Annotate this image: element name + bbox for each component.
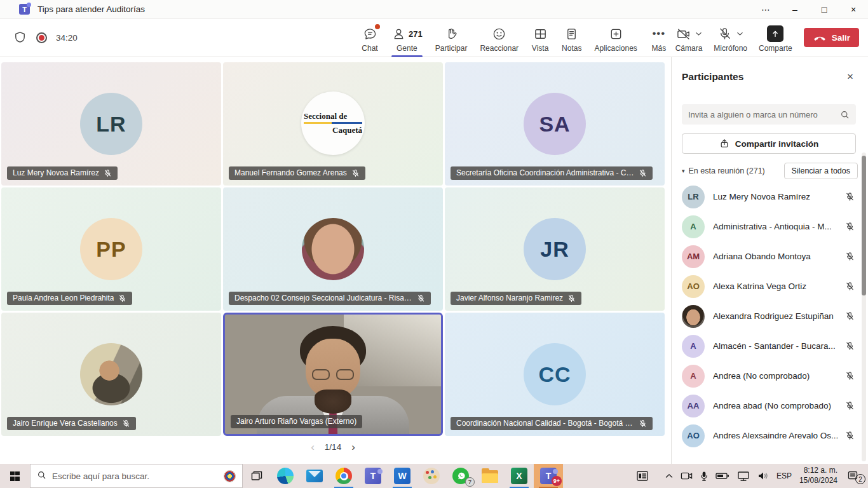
panel-scrollbar-thumb[interactable] <box>862 156 866 295</box>
mic-off-icon <box>845 431 855 440</box>
taskbar-search-box[interactable] <box>30 464 243 488</box>
camera-button[interactable]: Cámara <box>675 23 703 53</box>
next-page-button[interactable]: › <box>351 442 355 452</box>
window-close-button[interactable]: × <box>839 0 868 19</box>
taskbar-app-whatsapp[interactable]: 7 <box>446 464 475 488</box>
participant-row[interactable]: LR Luz Mery Novoa Ramírez <box>672 182 864 212</box>
toolbar-react-button[interactable]: Reaccionar <box>473 23 525 53</box>
teams-badge: 9+ <box>552 476 562 486</box>
chevron-down-icon[interactable] <box>736 31 743 36</box>
participant-row[interactable]: A Andrea (No comprobado) <box>672 361 864 391</box>
mic-off-icon <box>639 169 647 177</box>
participant-row[interactable]: A Almacén - Santander - Bucara... <box>672 331 864 361</box>
avatar-photo <box>302 218 364 280</box>
share-invite-button[interactable]: Compartir invitación <box>682 133 856 154</box>
avatar-photo <box>682 305 705 328</box>
mail-icon <box>306 470 323 482</box>
participant-name-label: Jairo Arturo Riaño Vargas (Externo) <box>231 415 362 428</box>
tray-chevron-up-icon[interactable] <box>665 473 673 478</box>
toolbar-notes-button[interactable]: Notas <box>555 23 588 53</box>
close-panel-button[interactable]: × <box>841 69 859 85</box>
invite-search-input[interactable] <box>688 110 840 119</box>
mic-off-icon <box>845 311 855 321</box>
tray-network-icon[interactable] <box>737 471 750 481</box>
news-widgets-icon[interactable] <box>636 470 649 482</box>
avatar: JR <box>524 218 586 280</box>
video-tile[interactable]: PP Paula Andrea Leon Piedrahita <box>1 187 221 311</box>
avatar: LR <box>80 93 142 155</box>
toolbar-apps-button[interactable]: Aplicaciones <box>588 23 643 53</box>
previous-page-button[interactable]: ‹ <box>311 442 315 452</box>
chevron-down-icon[interactable] <box>695 31 702 36</box>
participant-row[interactable]: AO Alexa Katrina Vega Ortiz <box>672 271 864 301</box>
start-button[interactable] <box>0 464 30 488</box>
toolbar-more-button[interactable]: ••• Más <box>644 23 674 53</box>
participant-name-label: Luz Mery Novoa Ramírez <box>7 166 118 180</box>
share-screen-button[interactable]: Comparte <box>759 23 792 53</box>
clock[interactable]: 8:12 a. m. 15/08/2024 <box>799 466 837 485</box>
view-grid-icon <box>533 27 548 41</box>
in-meeting-section-toggle[interactable]: ▾ En esta reunión (271) <box>682 166 765 175</box>
window-more-button[interactable]: ⋯ <box>751 0 780 19</box>
raise-hand-icon <box>444 27 459 41</box>
participant-row[interactable]: A Administrativa - Antioquia - M... <box>672 212 864 241</box>
participant-name-label: Despacho 02 Consejo Seccional Judicatura… <box>229 292 431 305</box>
invite-search-box[interactable] <box>682 104 856 125</box>
video-tile[interactable]: Seccional de Caquetá Manuel Fernando Gom… <box>223 62 443 186</box>
taskbar-app-file-explorer[interactable] <box>475 464 505 488</box>
tray-meet-now-icon[interactable] <box>681 471 693 480</box>
avatar: LR <box>682 186 705 208</box>
participant-row[interactable]: Alexandra Rodriguez Estupiñan <box>672 301 864 331</box>
tray-battery-icon[interactable] <box>715 472 729 480</box>
taskbar-app-excel[interactable]: X <box>505 464 534 488</box>
participant-row[interactable]: AO Andres Alexsaindre Arevalo Os... <box>672 421 864 451</box>
video-tile[interactable]: LR Luz Mery Novoa Ramírez <box>1 62 221 186</box>
language-indicator[interactable]: ESP <box>776 471 792 480</box>
toolbar-raise-hand-button[interactable]: Participar <box>429 23 474 53</box>
toolbar-chat-button[interactable]: Chat <box>355 23 385 53</box>
taskbar-search-input[interactable] <box>52 471 218 481</box>
mic-off-icon <box>118 294 126 302</box>
apps-plus-icon <box>609 27 623 41</box>
people-icon <box>391 27 406 41</box>
mic-off-icon <box>845 222 855 231</box>
microphone-button[interactable]: Micrófono <box>714 23 747 53</box>
video-tile[interactable]: JR Javier Alfonso Naranjo Ramirez <box>445 187 665 311</box>
toolbar-people-button[interactable]: 271 Gente <box>385 23 429 53</box>
avatar: AO <box>682 275 705 298</box>
notes-icon <box>564 27 579 41</box>
participant-name-label: Jairo Enrique Vera Castellanos <box>7 417 136 430</box>
taskbar-app-edge[interactable] <box>271 464 300 488</box>
notification-center-button[interactable]: 2 <box>845 471 862 481</box>
taskbar-app-mail[interactable] <box>300 464 329 488</box>
taskbar-app-teams-active[interactable]: T 9+ <box>534 464 563 488</box>
toolbar-view-button[interactable]: Vista <box>525 23 555 53</box>
video-tile[interactable]: Jairo Enrique Vera Castellanos <box>1 313 221 436</box>
window-maximize-button[interactable]: □ <box>810 0 839 19</box>
participant-row[interactable]: AA Andrea abad (No comprobado) <box>672 391 864 421</box>
taskbar-app-word[interactable]: W <box>388 464 417 488</box>
video-tile[interactable]: SA Secretaría Oficina Coordinación Admin… <box>445 62 665 186</box>
mic-off-icon <box>122 419 130 428</box>
avatar: PP <box>80 218 142 280</box>
participant-row[interactable]: AM Adriana Obando Montoya <box>672 241 864 271</box>
video-tile[interactable]: Despacho 02 Consejo Seccional Judicatura… <box>223 187 443 311</box>
taskbar-app-paint[interactable] <box>417 464 446 488</box>
taskbar-app-chrome[interactable] <box>329 464 358 488</box>
tray-speaker-icon[interactable] <box>757 471 769 480</box>
microphone-off-icon <box>717 27 732 41</box>
mute-all-button[interactable]: Silenciar a todos <box>784 163 858 179</box>
paint-icon <box>423 468 440 484</box>
tray-microphone-icon[interactable] <box>700 471 708 482</box>
avatar-photo <box>80 343 142 405</box>
video-tile[interactable]: CC Coordinación Nacional Calidad - Bogot… <box>445 313 665 436</box>
recording-indicator-icon <box>36 32 47 43</box>
leave-button[interactable]: Salir <box>804 28 859 47</box>
window-minimize-button[interactable]: – <box>780 0 810 19</box>
mic-off-icon <box>845 371 855 381</box>
video-tile-active-speaker[interactable]: Jairo Arturo Riaño Vargas (Externo) <box>223 313 443 436</box>
task-view-button[interactable] <box>243 464 271 488</box>
participant-name-label: Manuel Fernando Gomez Arenas <box>229 166 365 180</box>
avatar: CC <box>524 343 586 405</box>
taskbar-app-teams[interactable]: T <box>358 464 388 488</box>
